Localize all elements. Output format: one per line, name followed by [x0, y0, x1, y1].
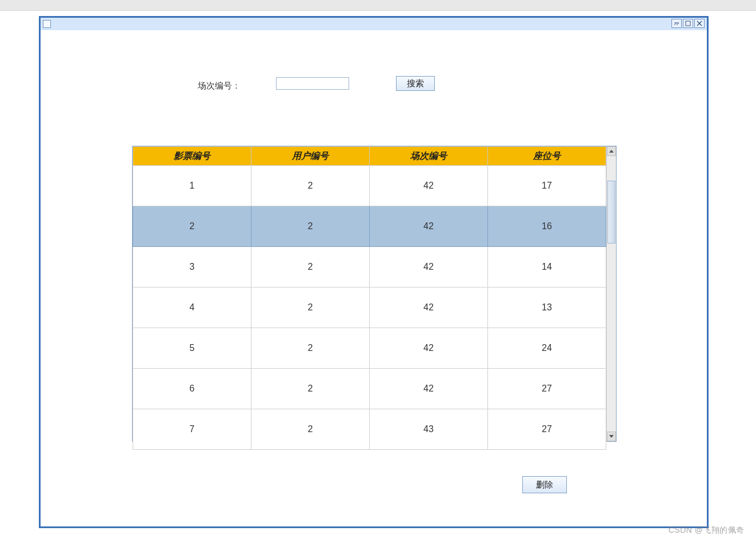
cell-user-id[interactable]: 2 — [251, 369, 370, 409]
menu-strip — [0, 0, 756, 11]
internal-window: 场次编号： 搜索 影票编号 用户编号 场次编号 座位号 — [39, 16, 709, 528]
cell-session-id[interactable]: 42 — [370, 206, 488, 247]
cell-ticket-id[interactable]: 2 — [133, 206, 251, 247]
col-user-id[interactable]: 用户编号 — [251, 147, 370, 166]
scroll-up-arrow-icon[interactable] — [607, 146, 616, 156]
vertical-scrollbar[interactable] — [606, 146, 616, 441]
close-button[interactable] — [694, 19, 705, 28]
cell-seat[interactable]: 24 — [488, 328, 606, 369]
watermark: CSDN @飞翔的佩奇 — [669, 525, 745, 536]
cell-seat[interactable]: 17 — [488, 166, 606, 206]
table-row[interactable]: 724327 — [133, 409, 606, 450]
table-row[interactable]: 324214 — [133, 247, 606, 288]
cell-session-id[interactable]: 42 — [370, 247, 488, 288]
cell-seat[interactable]: 27 — [488, 409, 606, 450]
cell-seat[interactable]: 13 — [488, 288, 606, 328]
table-row[interactable]: 624227 — [133, 369, 606, 409]
cell-ticket-id[interactable]: 5 — [133, 328, 251, 369]
cell-user-id[interactable]: 2 — [251, 206, 370, 247]
tickets-table[interactable]: 影票编号 用户编号 场次编号 座位号 124217224216324214424… — [133, 146, 606, 450]
table-row[interactable]: 424213 — [133, 288, 606, 328]
cell-session-id[interactable]: 42 — [370, 166, 488, 206]
cell-session-id[interactable]: 43 — [370, 409, 488, 450]
cell-session-id[interactable]: 42 — [370, 328, 488, 369]
table-row[interactable]: 224216 — [133, 206, 606, 247]
cell-ticket-id[interactable]: 1 — [133, 166, 251, 206]
cell-ticket-id[interactable]: 6 — [133, 369, 251, 409]
table-row[interactable]: 124217 — [133, 166, 606, 206]
cell-session-id[interactable]: 42 — [370, 369, 488, 409]
cell-session-id[interactable]: 42 — [370, 288, 488, 328]
titlebar[interactable] — [41, 18, 707, 31]
cell-seat[interactable]: 14 — [488, 247, 606, 288]
tickets-table-container: 影票编号 用户编号 场次编号 座位号 124217224216324214424… — [132, 146, 617, 442]
table-scroll-viewport: 影票编号 用户编号 场次编号 座位号 124217224216324214424… — [133, 146, 606, 441]
table-row[interactable]: 524224 — [133, 328, 606, 369]
scroll-down-arrow-icon[interactable] — [607, 432, 616, 441]
search-row: 场次编号： 搜索 — [41, 77, 707, 94]
minimize-button[interactable] — [671, 19, 682, 28]
maximize-button[interactable] — [683, 19, 693, 28]
col-ticket-id[interactable]: 影票编号 — [133, 147, 251, 166]
window-controls — [671, 19, 705, 28]
cell-user-id[interactable]: 2 — [251, 166, 370, 206]
delete-button[interactable]: 删除 — [522, 476, 567, 493]
cell-seat[interactable]: 27 — [488, 369, 606, 409]
cell-user-id[interactable]: 2 — [251, 409, 370, 450]
search-button[interactable]: 搜索 — [396, 76, 435, 91]
col-seat[interactable]: 座位号 — [488, 147, 606, 166]
cell-user-id[interactable]: 2 — [251, 328, 370, 369]
session-id-input[interactable] — [276, 77, 349, 90]
cell-user-id[interactable]: 2 — [251, 288, 370, 328]
scroll-thumb[interactable] — [607, 181, 615, 243]
cell-ticket-id[interactable]: 7 — [133, 409, 251, 450]
cell-seat[interactable]: 16 — [488, 206, 606, 247]
window-content: 场次编号： 搜索 影票编号 用户编号 场次编号 座位号 — [41, 30, 707, 526]
cell-ticket-id[interactable]: 3 — [133, 247, 251, 288]
svg-rect-0 — [686, 21, 690, 26]
system-menu-icon[interactable] — [43, 20, 51, 28]
cell-user-id[interactable]: 2 — [251, 247, 370, 288]
col-session-id[interactable]: 场次编号 — [370, 147, 488, 166]
session-id-label: 场次编号： — [198, 81, 241, 91]
table-header-row: 影票编号 用户编号 场次编号 座位号 — [133, 147, 606, 166]
cell-ticket-id[interactable]: 4 — [133, 288, 251, 328]
